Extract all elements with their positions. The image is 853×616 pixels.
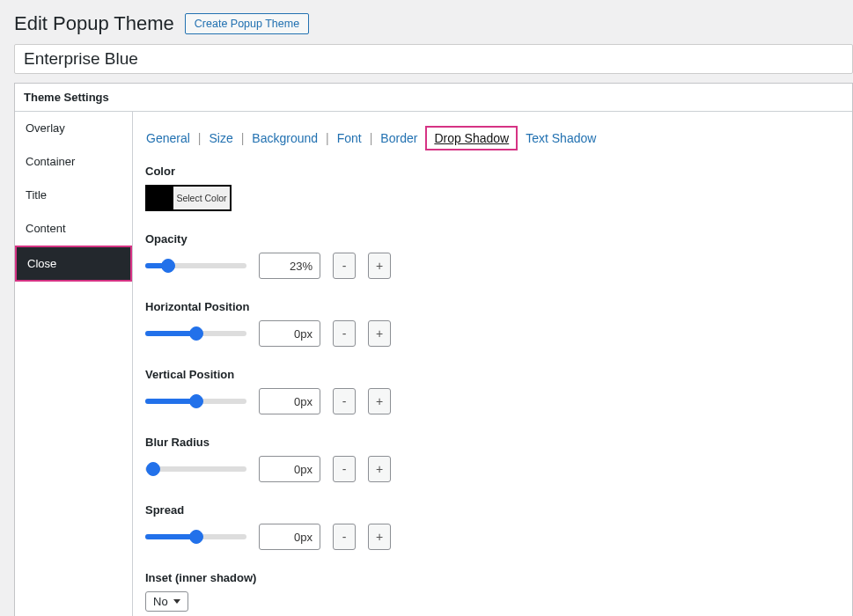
tab-text-shadow[interactable]: Text Shadow [525, 129, 597, 147]
inset-select[interactable]: No [145, 591, 188, 612]
label-blur-radius: Blur Radius [145, 436, 840, 449]
separator: | [241, 131, 245, 145]
color-swatch [147, 187, 173, 209]
side-tab-title[interactable]: Title [15, 179, 132, 212]
theme-name-input[interactable] [14, 44, 853, 74]
side-tab-content[interactable]: Content [15, 212, 132, 246]
separator: | [326, 131, 329, 145]
opacity-minus[interactable]: - [333, 253, 356, 279]
spread-minus[interactable]: - [333, 524, 356, 550]
blur-input[interactable] [259, 456, 320, 482]
blur-plus[interactable]: + [368, 456, 391, 482]
vertical-plus[interactable]: + [368, 388, 391, 414]
separator: | [198, 131, 202, 145]
label-horizontal-position: Horizontal Position [145, 300, 840, 313]
create-popup-theme-button[interactable]: Create Popup Theme [185, 13, 309, 34]
label-color: Color [145, 165, 840, 178]
tab-background[interactable]: Background [251, 129, 319, 147]
tab-drop-shadow[interactable]: Drop Shadow [425, 126, 518, 150]
label-opacity: Opacity [145, 232, 840, 246]
opacity-slider[interactable] [145, 263, 246, 268]
tab-border[interactable]: Border [379, 129, 418, 147]
opacity-plus[interactable]: + [368, 253, 391, 279]
select-color-button[interactable]: Select Color [173, 187, 230, 209]
horizontal-slider[interactable] [145, 331, 246, 336]
spread-plus[interactable]: + [368, 524, 391, 550]
tab-general[interactable]: General [145, 129, 191, 147]
separator: | [370, 131, 373, 145]
side-tab-close[interactable]: Close [15, 246, 132, 282]
inset-value: No [153, 595, 168, 608]
spread-slider[interactable] [145, 534, 246, 539]
horizontal-input[interactable] [259, 320, 320, 347]
side-tab-overlay[interactable]: Overlay [15, 112, 132, 145]
panel-heading: Theme Settings [15, 84, 852, 112]
vertical-input[interactable] [259, 388, 320, 414]
opacity-input[interactable] [259, 253, 320, 279]
chevron-down-icon [173, 599, 180, 604]
label-inset: Inset (inner shadow) [145, 571, 840, 584]
tab-font[interactable]: Font [336, 129, 363, 147]
blur-minus[interactable]: - [333, 456, 356, 482]
label-spread: Spread [145, 503, 840, 517]
label-vertical-position: Vertical Position [145, 368, 840, 381]
vertical-minus[interactable]: - [333, 388, 356, 414]
spread-input[interactable] [259, 524, 320, 550]
horizontal-plus[interactable]: + [368, 320, 391, 347]
tab-size[interactable]: Size [208, 129, 233, 147]
vertical-slider[interactable] [145, 399, 246, 404]
side-tab-container[interactable]: Container [15, 145, 132, 179]
page-title: Edit Popup Theme [14, 12, 174, 35]
horizontal-minus[interactable]: - [333, 320, 356, 347]
color-picker[interactable]: Select Color [145, 185, 232, 211]
blur-slider[interactable] [145, 466, 246, 472]
